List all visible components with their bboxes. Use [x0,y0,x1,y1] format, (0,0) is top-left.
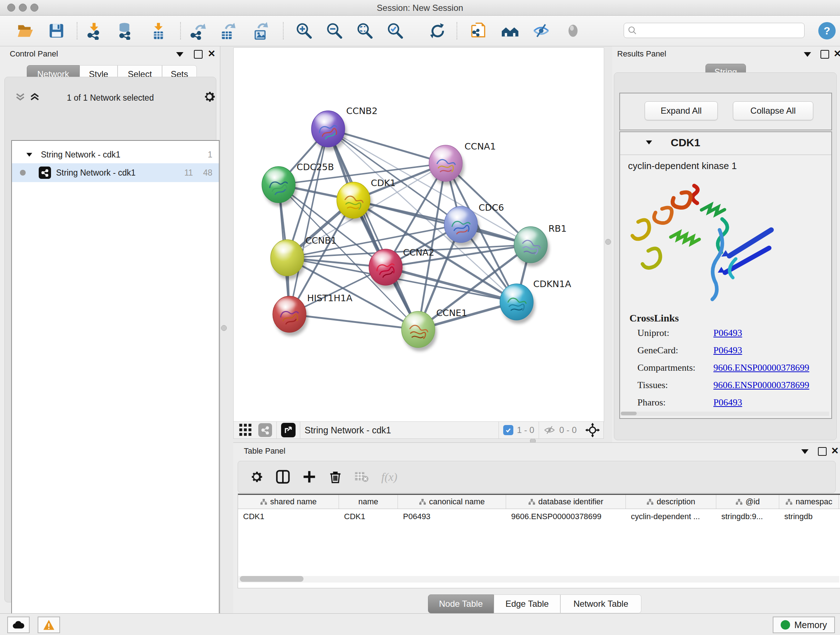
export-image-button[interactable] [250,21,271,41]
export-table-button[interactable] [218,21,238,41]
import-network-button[interactable] [84,21,104,41]
results-panel-float-icon[interactable] [821,50,829,59]
zoom-selected-button[interactable] [385,21,405,41]
results-panel-collapse-icon[interactable] [804,52,811,57]
results-hscrollbar-thumb[interactable] [621,412,637,415]
column-header-database-identifier[interactable]: database identifier [506,495,626,509]
crosslink-value-link[interactable]: 9606.ENSP00000378699 [714,380,809,391]
crosslink-value-link[interactable]: P06493 [714,397,742,408]
table-panel-float-icon[interactable] [818,447,827,456]
control-panel-float-icon[interactable] [194,50,202,59]
show-all-button[interactable] [563,21,583,41]
network-list: String Network - cdk1 1 String Network -… [11,140,219,631]
search-input[interactable] [637,25,794,35]
grid-mode-icon[interactable] [239,423,253,437]
crosslink-value-link[interactable]: P06493 [714,345,742,356]
memory-button[interactable]: Memory [773,616,835,633]
expand-all-button[interactable]: Expand All [645,101,718,120]
app-status-bar: Memory [0,613,840,635]
column-header-description[interactable]: description [626,495,716,509]
show-columns-icon[interactable] [276,470,290,484]
cloud-button[interactable] [7,616,30,633]
zoom-out-button[interactable] [324,21,344,41]
save-session-button[interactable] [46,21,66,41]
crosslink-value-link[interactable]: P06493 [714,328,742,339]
network-canvas[interactable]: CCNB2CCNA1CDC25BCDK1CDC6RB1CCNB1CCNA2CDK… [233,48,604,422]
column-header-namespac[interactable]: namespac [779,495,839,509]
import-network-from-database-button[interactable] [115,21,135,41]
node-CCNA2[interactable] [369,249,404,289]
clone-network-button[interactable] [468,21,488,41]
node-RB1[interactable] [514,226,549,266]
apply-layout-button[interactable] [428,21,448,41]
control-panel-close-icon[interactable]: ✕ [208,48,216,59]
node-CDK1[interactable] [337,182,372,222]
function-builder-icon[interactable]: f(x) [381,470,397,484]
network-collection-row[interactable]: String Network - cdk1 1 [12,146,219,163]
detach-view-button[interactable] [281,423,295,437]
table-gear-icon[interactable] [249,470,264,484]
export-network-button[interactable] [188,21,208,41]
crosslink-value-link[interactable]: 9606.ENSP00000378699 [714,363,809,373]
first-neighbors-button[interactable] [500,21,520,41]
gene-header[interactable]: CDK1 [620,132,831,155]
warning-icon [43,619,55,630]
network-row-selected[interactable]: String Network - cdk1 11 48 [12,163,219,182]
edge-HIST1H1A-CCNE1[interactable] [289,314,418,329]
results-panel-close-icon[interactable]: ✕ [834,48,840,59]
zoom-in-button[interactable] [294,21,314,41]
table-cell[interactable]: stringdb:9... [716,509,779,524]
node-CCNA1[interactable] [429,145,464,185]
delete-column-icon[interactable] [328,470,342,484]
node-CCNE1[interactable] [401,311,437,351]
help-button[interactable]: ? [818,22,836,40]
crosslinks-list: Uniprot:P06493GeneCard:P06493Compartment… [638,328,826,415]
column-header-canonical-name[interactable]: canonical name [398,495,506,509]
table-cell[interactable]: P06493 [398,509,506,524]
column-header--id[interactable]: @id [716,495,779,509]
right-splitter-handle[interactable] [605,239,611,245]
table-cell[interactable]: CDK1 [339,509,398,524]
tab-network-table[interactable]: Network Table [561,594,641,613]
table-panel-close-icon[interactable]: ✕ [831,445,839,456]
gene-name: CDK1 [671,136,700,149]
table-body: CDK1CDK1P064939606.ENSP00000378699cyclin… [238,509,840,524]
control-panel-collapse-icon[interactable] [176,52,183,57]
viewbar-separator [538,422,539,439]
birds-eye-icon[interactable] [585,423,600,437]
viewbar-separator [499,422,499,439]
collection-expand-icon[interactable] [27,153,32,157]
network-view-share-icon[interactable] [258,423,272,437]
gear-icon[interactable] [203,90,216,103]
delete-table-icon-disabled[interactable] [355,470,369,483]
table-cell[interactable]: cyclin-dependent ... [626,509,716,524]
node-CCNB2[interactable] [311,111,347,150]
add-column-icon[interactable] [302,470,316,484]
tab-node-table[interactable]: Node Table [428,594,494,613]
open-session-button[interactable] [15,21,35,41]
column-label: shared name [270,497,317,507]
table-cell[interactable]: CDK1 [238,509,339,524]
import-table-button[interactable] [148,21,169,41]
control-panel: Control Panel ✕ Network Style Select Set… [0,46,220,613]
table-cell[interactable]: stringdb [779,509,839,524]
tab-edge-table[interactable]: Edge Table [494,594,561,613]
gene-collapse-icon[interactable] [646,141,652,144]
column-header-shared-name[interactable]: shared name [238,495,339,509]
table-cell[interactable]: 9606.ENSP00000378699 [506,509,626,524]
string-results-container: Expand All Collapse All CDK1 cyclin-depe… [614,73,837,440]
table-panel-collapse-icon[interactable] [801,449,808,454]
collapse-all-button[interactable]: Collapse All [733,101,813,120]
node-CDKN1A[interactable] [500,284,535,324]
column-header-name[interactable]: name [339,495,398,509]
node-HIST1H1A[interactable] [273,296,308,336]
network-edge-count: 48 [203,168,212,178]
node-CDC25B[interactable] [262,166,297,206]
zoom-fit-button[interactable] [355,21,375,41]
left-splitter-handle[interactable] [221,325,227,331]
hide-selected-button[interactable] [531,21,551,41]
table-row[interactable]: CDK1CDK1P064939606.ENSP00000378699cyclin… [238,509,840,524]
warnings-button[interactable] [38,616,60,633]
table-hscrollbar-thumb[interactable] [240,576,303,582]
edge-CCNB2-HIST1H1A[interactable] [289,129,328,314]
